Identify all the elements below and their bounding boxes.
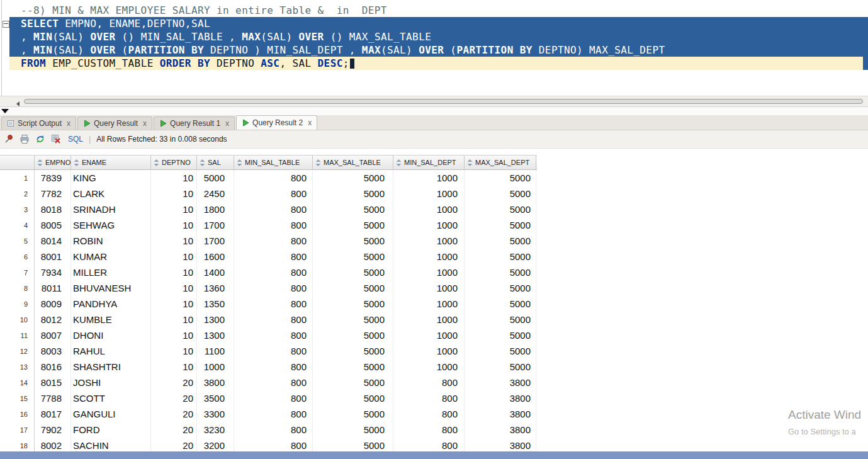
- cell-max_sal_table[interactable]: 5000: [313, 217, 393, 233]
- cell-min_sal_table[interactable]: 800: [234, 375, 313, 390]
- cell-max_sal_table[interactable]: 5000: [313, 343, 393, 359]
- cell-sal[interactable]: 1400: [197, 264, 234, 280]
- row-number[interactable]: 15: [0, 390, 35, 406]
- column-header-deptno[interactable]: DEPTNO: [151, 156, 197, 169]
- cell-sal[interactable]: 1700: [197, 233, 234, 249]
- cell-ename[interactable]: BHUVANESH: [71, 280, 151, 296]
- cell-min_sal_table[interactable]: 800: [234, 280, 313, 296]
- cell-sal[interactable]: 3800: [197, 375, 234, 390]
- row-number[interactable]: 9: [0, 296, 35, 312]
- cell-sal[interactable]: 3230: [197, 422, 234, 438]
- cell-max_sal_table[interactable]: 5000: [313, 296, 393, 312]
- cell-ename[interactable]: PANDHYA: [71, 296, 151, 312]
- cell-max_sal_dept[interactable]: 3800: [465, 422, 536, 438]
- cell-min_sal_table[interactable]: 800: [234, 170, 313, 186]
- row-number[interactable]: 4: [0, 217, 35, 233]
- cell-ename[interactable]: RAHUL: [71, 343, 151, 359]
- cell-deptno[interactable]: 10: [151, 249, 197, 264]
- cell-min_sal_table[interactable]: 800: [234, 233, 313, 249]
- cell-max_sal_dept[interactable]: 5000: [465, 217, 536, 233]
- cell-min_sal_dept[interactable]: 1000: [393, 343, 465, 359]
- column-header-sal[interactable]: SAL: [197, 156, 234, 169]
- code-fold-icon[interactable]: [3, 21, 9, 28]
- tab-query-result[interactable]: Query Resultx: [77, 116, 152, 130]
- cell-max_sal_dept[interactable]: 5000: [465, 312, 536, 327]
- cell-min_sal_dept[interactable]: 1000: [393, 264, 465, 280]
- row-number[interactable]: 10: [0, 312, 35, 327]
- cell-deptno[interactable]: 10: [151, 264, 197, 280]
- cell-sal[interactable]: 1300: [197, 312, 234, 327]
- cell-empno[interactable]: 8001: [35, 249, 71, 264]
- cell-max_sal_table[interactable]: 5000: [313, 233, 393, 249]
- cell-max_sal_table[interactable]: 5000: [313, 280, 393, 296]
- cell-min_sal_table[interactable]: 800: [234, 186, 313, 201]
- close-tab-icon[interactable]: x: [308, 118, 312, 127]
- cell-min_sal_table[interactable]: 800: [234, 422, 313, 438]
- cell-min_sal_dept[interactable]: 1000: [393, 359, 465, 375]
- cell-empno[interactable]: 8012: [35, 312, 71, 327]
- cell-max_sal_table[interactable]: 5000: [313, 312, 393, 327]
- cell-empno[interactable]: 7839: [35, 170, 71, 186]
- cell-sal[interactable]: 3300: [197, 406, 234, 422]
- cell-empno[interactable]: 7934: [35, 264, 71, 280]
- cell-empno[interactable]: 7782: [35, 186, 71, 201]
- cell-ename[interactable]: GANGULI: [71, 406, 151, 422]
- editor-scrollbar-thumb[interactable]: [863, 57, 868, 70]
- row-number[interactable]: 1: [0, 170, 35, 186]
- cell-min_sal_dept[interactable]: 800: [393, 406, 465, 422]
- panel-splitter[interactable]: [0, 107, 868, 115]
- tab-script-output[interactable]: Script Outputx: [1, 116, 76, 130]
- cell-ename[interactable]: ROBIN: [71, 233, 151, 249]
- close-tab-icon[interactable]: x: [67, 119, 70, 128]
- cell-empno[interactable]: 8007: [35, 327, 71, 343]
- cell-ename[interactable]: SHASHTRI: [71, 359, 151, 375]
- cell-ename[interactable]: MILLER: [71, 264, 151, 280]
- cell-sal[interactable]: 1360: [197, 280, 234, 296]
- cell-max_sal_table[interactable]: 5000: [313, 422, 393, 438]
- cell-max_sal_dept[interactable]: 5000: [465, 186, 536, 201]
- sort-icon[interactable]: [315, 159, 321, 166]
- sort-icon[interactable]: [237, 159, 242, 166]
- column-header-max_sal_table[interactable]: MAX_SAL_TABLE: [313, 156, 393, 169]
- cell-sal[interactable]: 3500: [197, 390, 234, 406]
- cell-min_sal_table[interactable]: 800: [234, 390, 313, 406]
- sort-icon[interactable]: [74, 159, 79, 166]
- cell-min_sal_dept[interactable]: 1000: [393, 327, 465, 343]
- hscrollbar-thumb[interactable]: [24, 99, 863, 104]
- row-number[interactable]: 3: [0, 201, 35, 217]
- cell-sal[interactable]: 1350: [197, 296, 234, 312]
- cell-empno[interactable]: 8005: [35, 217, 71, 233]
- delete-grid-icon[interactable]: [51, 134, 61, 144]
- sql-line[interactable]: , MIN(SAL) OVER (PARTITION BY DEPTNO ) M…: [9, 43, 868, 57]
- cell-ename[interactable]: KUMAR: [71, 249, 151, 264]
- cell-deptno[interactable]: 10: [151, 201, 197, 217]
- cell-deptno[interactable]: 20: [151, 422, 197, 438]
- tab-query-result-1[interactable]: Query Result 1x: [154, 116, 235, 130]
- cell-max_sal_table[interactable]: 5000: [313, 390, 393, 406]
- cell-max_sal_table[interactable]: 5000: [313, 249, 393, 264]
- cell-min_sal_table[interactable]: 800: [234, 249, 313, 264]
- cell-empno[interactable]: 8015: [35, 375, 71, 390]
- row-number[interactable]: 12: [0, 343, 35, 359]
- cell-deptno[interactable]: 10: [151, 296, 197, 312]
- cell-deptno[interactable]: 10: [151, 327, 197, 343]
- cell-ename[interactable]: DHONI: [71, 327, 151, 343]
- column-header-ename[interactable]: ENAME: [71, 156, 151, 169]
- sql-line[interactable]: , MIN(SAL) OVER () MIN_SAL_TABLE , MAX(S…: [9, 30, 868, 43]
- cell-deptno[interactable]: 10: [151, 343, 197, 359]
- cell-sal[interactable]: 1000: [197, 359, 234, 375]
- row-number[interactable]: 6: [0, 249, 35, 264]
- cell-sal[interactable]: 1700: [197, 217, 234, 233]
- column-header-min_sal_table[interactable]: MIN_SAL_TABLE: [234, 156, 313, 169]
- cell-max_sal_dept[interactable]: 3800: [465, 390, 536, 406]
- cell-ename[interactable]: SEHWAG: [71, 217, 151, 233]
- freeze-view-pin-icon[interactable]: [4, 134, 14, 144]
- cell-empno[interactable]: 8014: [35, 233, 71, 249]
- sql-line[interactable]: SELECT EMPNO, ENAME,DEPTNO,SAL: [9, 17, 868, 30]
- editor-hscrollbar[interactable]: [0, 96, 868, 107]
- cell-min_sal_table[interactable]: 800: [234, 296, 313, 312]
- cell-max_sal_table[interactable]: 5000: [313, 201, 393, 217]
- cell-empno[interactable]: 8009: [35, 296, 71, 312]
- cell-max_sal_dept[interactable]: 5000: [465, 233, 536, 249]
- cell-empno[interactable]: 8016: [35, 359, 71, 375]
